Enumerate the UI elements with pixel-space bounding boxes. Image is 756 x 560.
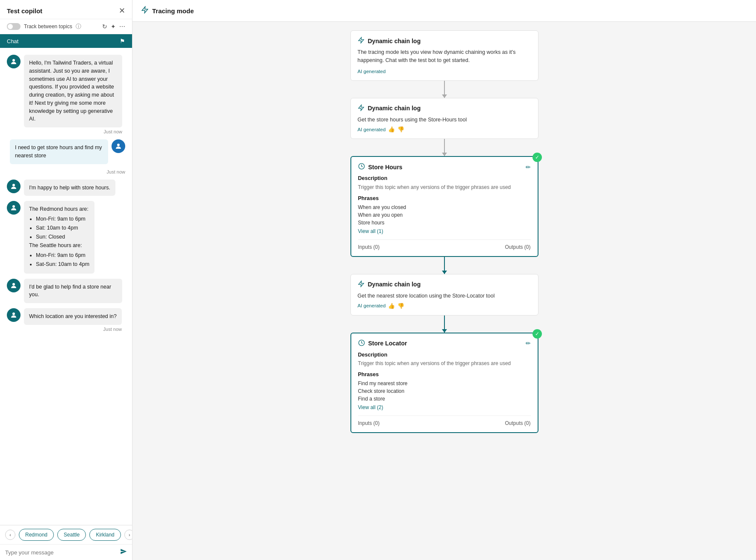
trace-node-1: Dynamic chain log The tracing mode lets …: [350, 30, 538, 81]
bot-bubble-5: Which location are you interested in?: [24, 308, 122, 325]
refresh-button[interactable]: ↻: [102, 23, 107, 30]
flag-button[interactable]: ⚑: [120, 38, 125, 44]
outputs-label-3: Outputs (0): [505, 244, 530, 250]
dynamic-chain-icon-4: [358, 280, 365, 289]
bot-bubble-1: Hello, I'm Tailwind Traders, a virtual a…: [24, 55, 122, 127]
svg-marker-7: [359, 37, 364, 43]
node-body-1: The tracing mode lets you view how dynam…: [358, 48, 531, 65]
thumbdown-button-2[interactable]: 👎: [397, 126, 404, 133]
node-body-3: Description Trigger this topic when any …: [358, 174, 531, 235]
node-title-3: Store Hours: [368, 164, 403, 171]
thumbup-button-4[interactable]: 👍: [388, 303, 395, 309]
phrase-item-5-1: Find my nearest store: [358, 380, 531, 387]
node-text-4: Get the nearest store location using the…: [358, 293, 495, 299]
phrase-item-3-2: When are you open: [358, 211, 531, 219]
qr-prev-button[interactable]: ‹: [5, 530, 15, 540]
connector-2: [444, 139, 445, 156]
node-header-4: Dynamic chain log: [358, 280, 531, 289]
connector-4: [444, 315, 445, 333]
svg-marker-6: [142, 7, 148, 13]
qr-redmond[interactable]: Redmond: [19, 529, 54, 541]
seattle-sat-sun: Sat-Sun: 10am to 4pm: [36, 260, 89, 268]
user-bubble-1: I need to get store hours and find my ne…: [10, 139, 108, 164]
chat-area: Hello, I'm Tailwind Traders, a virtual a…: [0, 48, 132, 525]
redmond-mon-fri: Mon-Fri: 9am to 6pm: [36, 215, 89, 223]
description-text-5: Trigger this topic when any versions of …: [358, 360, 531, 367]
info-icon: ⓘ: [76, 23, 81, 30]
left-panel: Test copilot ✕ Track between topics ⓘ ↻ …: [0, 0, 132, 560]
qr-kirkland[interactable]: Kirkland: [89, 529, 121, 541]
toolbar-icons: ⚑: [120, 38, 125, 44]
bot-avatar-1: [7, 55, 21, 68]
ai-generated-row-4: AI generated 👍 👎: [358, 303, 531, 309]
node-edit-button-3[interactable]: ✏: [526, 164, 531, 171]
description-label-3: Description: [358, 174, 531, 183]
bot-text-5: Which location are you interested in?: [29, 313, 117, 319]
phrases-label-3: Phrases: [358, 195, 531, 203]
svg-point-1: [117, 144, 120, 146]
outputs-label-5: Outputs (0): [505, 420, 530, 426]
ai-generated-link-4[interactable]: AI generated: [358, 303, 386, 308]
bot-message-row-4: I'd be glad to help find a store near yo…: [7, 279, 125, 304]
bot-bubble-2: I'm happy to help with store hours.: [24, 180, 115, 196]
qr-seattle[interactable]: Seattle: [57, 529, 86, 541]
trace-node-3: ✓ Store Hours ✏ Description Trigger this…: [350, 156, 538, 257]
track-row: Track between topics ⓘ ↻ ✦ ⋯: [0, 19, 132, 34]
node-title-4: Dynamic chain log: [368, 281, 421, 288]
node-header-1: Dynamic chain log: [358, 37, 531, 45]
inputs-label-5: Inputs (0): [358, 420, 380, 426]
chat-tab-label: Chat: [7, 38, 18, 44]
bot-avatar-3: [7, 201, 21, 215]
phrases-label-5: Phrases: [358, 371, 531, 379]
svg-marker-10: [359, 281, 364, 286]
send-button[interactable]: [120, 548, 127, 557]
node-edit-button-5[interactable]: ✏: [526, 340, 531, 347]
node-body-5: Description Trigger this topic when any …: [358, 351, 531, 412]
phrase-item-5-2: Check store location: [358, 387, 531, 395]
redmond-sun: Sun: Closed: [36, 233, 89, 241]
tracing-title: Tracing mode: [152, 7, 194, 15]
node-header-5: Store Locator ✏: [358, 339, 531, 348]
bot-text-1: Hello, I'm Tailwind Traders, a virtual a…: [29, 60, 114, 122]
user-message-row-1: I need to get store hours and find my ne…: [7, 139, 125, 164]
panel-header: Test copilot ✕: [0, 0, 132, 19]
bot-avatar-2: [7, 180, 21, 193]
user-text-1: I need to get store hours and find my ne…: [15, 144, 102, 159]
node-text-2: Get the store hours using the Store-Hour…: [358, 117, 467, 123]
node-text-1: The tracing mode lets you view how dynam…: [358, 49, 516, 63]
connector-3: [444, 257, 445, 274]
close-button[interactable]: ✕: [119, 7, 125, 15]
user-time-1: Just now: [7, 169, 125, 174]
input-row: [0, 544, 132, 560]
bot-bubble-4: I'd be glad to help find a store near yo…: [24, 279, 122, 304]
chat-bottom: ‹ Redmond Seattle Kirkland ›: [0, 525, 132, 560]
ai-generated-link-2[interactable]: AI generated: [358, 127, 386, 132]
bot-time-1: Just now: [24, 129, 122, 134]
thumbup-button-2[interactable]: 👍: [388, 126, 395, 133]
store-locator-icon: [358, 339, 365, 348]
view-all-link-5[interactable]: View all (2): [358, 404, 531, 411]
track-toggle[interactable]: [7, 23, 21, 30]
svg-point-0: [12, 59, 15, 62]
chat-input[interactable]: [5, 549, 117, 556]
dynamic-chain-icon-1: [358, 37, 365, 45]
ai-generated-row-2: AI generated 👍 👎: [358, 126, 531, 133]
node-check-5: ✓: [532, 329, 542, 339]
connector-1: [444, 81, 445, 98]
node-title-2: Dynamic chain log: [368, 105, 421, 112]
qr-next-button[interactable]: ›: [124, 530, 132, 540]
node-divider-5: [358, 416, 531, 416]
bot-message-row-3: The Redmond hours are: Mon-Fri: 9am to 6…: [7, 201, 125, 273]
view-all-link-3[interactable]: View all (1): [358, 227, 531, 235]
ai-generated-link-1[interactable]: AI generated: [358, 69, 386, 74]
svg-marker-8: [359, 105, 364, 110]
toggle-knob: [8, 24, 13, 29]
trace-content: Dynamic chain log The tracing mode lets …: [132, 22, 756, 560]
trace-node-5: ✓ Store Locator ✏ Description Trigger th…: [350, 333, 538, 433]
add-button[interactable]: ✦: [111, 23, 116, 30]
more-button[interactable]: ⋯: [119, 23, 125, 30]
thumbdown-button-4[interactable]: 👎: [397, 303, 404, 309]
svg-point-3: [12, 205, 15, 208]
svg-point-4: [12, 283, 15, 286]
phrase-item-5-3: Find a store: [358, 395, 531, 403]
